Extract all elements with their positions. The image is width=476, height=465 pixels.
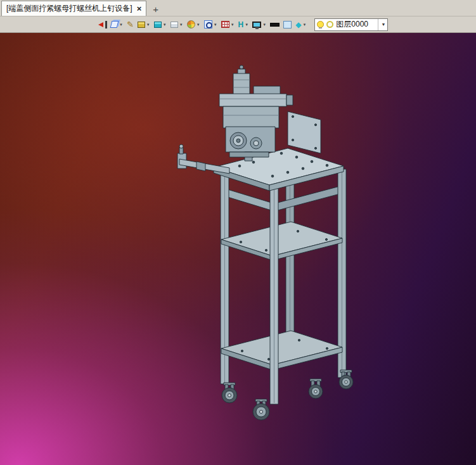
chevron-down-icon[interactable]: ▼ (163, 23, 167, 27)
grid-section-button[interactable]: ▼ (219, 17, 236, 32)
bottom-shelf (221, 331, 342, 370)
measure-button[interactable]: H ▼ (236, 17, 251, 32)
measure-h-icon: H (238, 21, 244, 29)
shaded-display-button[interactable]: ▼ (136, 17, 152, 32)
exit-environment-button[interactable] (96, 17, 109, 32)
feeder-rail-arm[interactable] (177, 144, 229, 174)
tab-title: [端盖侧面拧紧螺母打螺丝机上钉设备] (6, 3, 132, 14)
layer-control[interactable]: 图层0000 ▼ (314, 18, 388, 31)
toolbar: ▼ ✎ ▼ ▼ ▼ ▼ ▼ ▼ H (0, 16, 476, 33)
chevron-down-icon[interactable]: ▼ (179, 23, 183, 27)
3d-viewport[interactable] (0, 33, 476, 465)
red-grid-icon (221, 21, 229, 28)
chevron-down-icon[interactable]: ▼ (119, 23, 123, 27)
cyan-prism-icon: ◆ (295, 21, 301, 29)
chevron-down-icon[interactable]: ▼ (262, 23, 266, 27)
black-bar-icon (270, 23, 280, 27)
model-canvas (0, 33, 476, 465)
blue-panel-icon (283, 21, 292, 29)
gold-cube-icon (138, 22, 145, 28)
zoom-region-button[interactable]: ▼ (202, 17, 219, 32)
middle-shelf (221, 222, 342, 260)
white-display-button[interactable]: ▼ (169, 17, 185, 32)
cyan-cube-icon (154, 22, 162, 28)
chevron-down-icon[interactable]: ▼ (214, 23, 217, 27)
screen-display-button[interactable]: ▼ (250, 17, 268, 32)
chevron-down-icon[interactable]: ▼ (196, 23, 200, 27)
prism-view-button[interactable]: ◆ ▼ (293, 17, 308, 32)
exit-arrow-icon (98, 21, 107, 29)
white-cube-icon (170, 22, 178, 28)
frame-upper-rails (226, 186, 340, 210)
document-view-button[interactable]: ▼ (109, 17, 125, 32)
zoom-region-icon (204, 20, 212, 29)
machine-assembly[interactable] (219, 65, 321, 161)
document-tab[interactable]: [端盖侧面拧紧螺母打螺丝机上钉设备] × (1, 1, 146, 16)
chevron-down-icon[interactable]: ▼ (146, 23, 150, 27)
tab-bar: [端盖侧面拧紧螺母打螺丝机上钉设备] × + (0, 0, 476, 16)
color-wheel-icon (187, 20, 195, 29)
pencil-icon: ✎ (127, 20, 134, 29)
chevron-down-icon[interactable]: ▼ (245, 23, 248, 27)
monitor-icon (252, 22, 261, 28)
close-tab-icon[interactable]: × (137, 4, 142, 13)
blue-panel-button[interactable] (281, 17, 293, 32)
layer-name: 图层0000 (336, 19, 375, 30)
sketch-pencil-button[interactable]: ✎ (125, 17, 136, 32)
lightbulb-icon[interactable] (317, 21, 324, 28)
layer-color-swatch[interactable] (326, 21, 333, 28)
black-slab-button[interactable] (268, 17, 281, 32)
chevron-down-icon[interactable]: ▼ (378, 19, 385, 30)
casters (222, 370, 353, 420)
new-tab-button[interactable]: + (153, 4, 158, 14)
appearance-button[interactable]: ▼ (185, 17, 202, 32)
cad-application-window: [端盖侧面拧紧螺母打螺丝机上钉设备] × + ▼ ✎ ▼ ▼ ▼ (0, 0, 476, 465)
wireframe-display-button[interactable]: ▼ (152, 17, 169, 32)
frame-front-post (270, 188, 278, 404)
document-view-icon (110, 21, 119, 28)
chevron-down-icon[interactable]: ▼ (302, 23, 306, 27)
chevron-down-icon[interactable]: ▼ (231, 23, 235, 27)
